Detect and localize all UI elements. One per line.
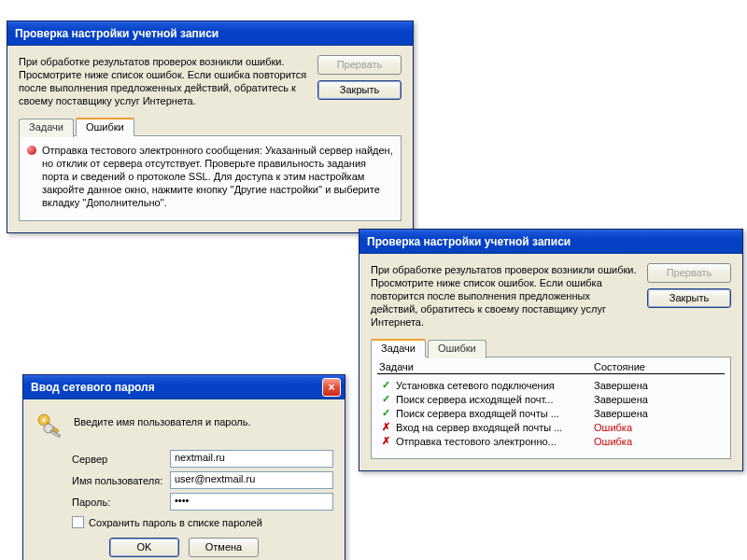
cross-icon: ✗ bbox=[379, 421, 392, 433]
check-icon: ✓ bbox=[379, 379, 392, 391]
dialog-message: При обработке результатов проверок возни… bbox=[371, 263, 638, 329]
server-field[interactable]: nextmail.ru bbox=[170, 450, 333, 468]
password-field[interactable]: •••• bbox=[170, 493, 333, 511]
task-list-header: Задачи Состояние bbox=[377, 361, 725, 374]
instruction-text: Введите имя пользователя и пароль. bbox=[74, 411, 251, 427]
svg-point-4 bbox=[47, 427, 50, 430]
svg-point-1 bbox=[42, 418, 46, 422]
cross-icon: ✗ bbox=[379, 435, 392, 447]
abort-button: Прервать bbox=[317, 55, 402, 75]
task-row: ✓Поиск сервера входящей почты ...Заверше… bbox=[377, 406, 725, 420]
tab-errors[interactable]: Ошибки bbox=[76, 118, 134, 136]
titlebar[interactable]: Проверка настройки учетной записи bbox=[359, 230, 742, 254]
window-title: Ввод сетевого пароля bbox=[31, 381, 322, 394]
task-row: ✓Установка сетевого подключенияЗавершена bbox=[377, 378, 725, 392]
save-password-checkbox[interactable] bbox=[72, 516, 84, 528]
task-name: Отправка тестового электронно... bbox=[396, 436, 594, 447]
ok-button[interactable]: OK bbox=[109, 538, 179, 557]
task-name: Поиск сервера входящей почты ... bbox=[396, 408, 594, 419]
tab-tasks[interactable]: Задачи bbox=[19, 119, 74, 137]
tab-tasks[interactable]: Задачи bbox=[371, 339, 426, 357]
col-state: Состояние bbox=[594, 361, 723, 372]
cancel-button[interactable]: Отмена bbox=[189, 538, 259, 557]
titlebar[interactable]: Ввод сетевого пароля × bbox=[23, 375, 345, 399]
label-username: Имя пользователя: bbox=[72, 475, 170, 486]
close-button[interactable]: Закрыть bbox=[317, 80, 402, 100]
task-row: ✓Поиск сервера исходящей почт...Завершен… bbox=[377, 392, 725, 406]
close-icon[interactable]: × bbox=[322, 378, 341, 397]
error-message: Отправка тестового электронного сообщени… bbox=[42, 144, 393, 209]
label-server: Сервер bbox=[72, 454, 170, 465]
task-name: Поиск сервера исходящей почт... bbox=[396, 394, 594, 405]
task-state: Ошибка bbox=[594, 436, 723, 447]
task-row: ✗Отправка тестового электронно... Ошибка bbox=[377, 434, 725, 448]
task-state: Завершена bbox=[594, 408, 723, 419]
task-name: Вход на сервер входящей почты ... bbox=[396, 422, 594, 433]
username-field[interactable]: user@nextmail.ru bbox=[170, 471, 333, 489]
network-password-dialog: Ввод сетевого пароля × Введите имя польз… bbox=[22, 374, 345, 560]
window-title: Проверка настройки учетной записи bbox=[367, 235, 739, 248]
check-settings-dialog-tasks: Проверка настройки учетной записи При об… bbox=[359, 229, 743, 471]
task-row: ✗Вход на сервер входящей почты ... Ошибк… bbox=[377, 420, 725, 434]
check-icon: ✓ bbox=[379, 407, 392, 419]
close-button[interactable]: Закрыть bbox=[647, 288, 731, 308]
col-tasks: Задачи bbox=[379, 361, 594, 372]
tab-errors[interactable]: Ошибки bbox=[428, 340, 486, 358]
task-state: Завершена bbox=[594, 394, 723, 405]
save-password-label: Сохранить пароль в списке паролей bbox=[89, 517, 262, 528]
label-password: Пароль: bbox=[72, 497, 170, 508]
window-title: Проверка настройки учетной записи bbox=[15, 27, 409, 40]
task-state: Ошибка bbox=[594, 422, 723, 433]
abort-button: Прервать bbox=[647, 263, 731, 283]
keys-icon bbox=[35, 411, 64, 441]
error-icon bbox=[27, 146, 36, 155]
dialog-message: При обработке результатов проверок возни… bbox=[19, 55, 308, 107]
task-state: Завершена bbox=[594, 380, 723, 391]
task-name: Установка сетевого подключения bbox=[396, 380, 594, 391]
titlebar[interactable]: Проверка настройки учетной записи bbox=[7, 21, 413, 46]
check-settings-dialog-errors: Проверка настройки учетной записи При об… bbox=[7, 21, 414, 233]
check-icon: ✓ bbox=[379, 393, 392, 405]
